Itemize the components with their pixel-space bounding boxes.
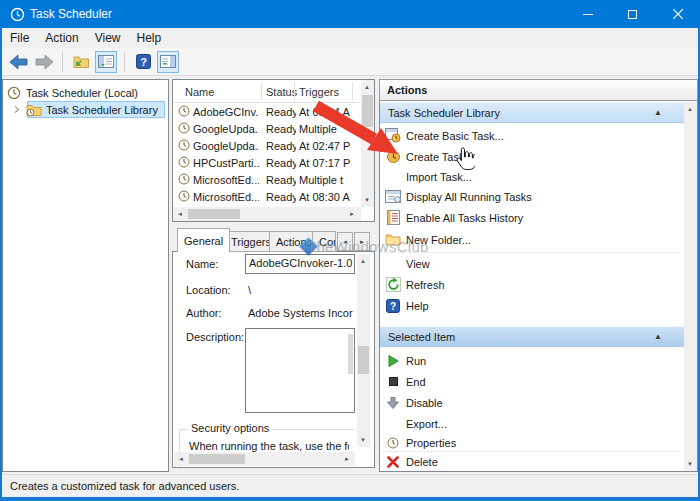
task-row-status[interactable]: Ready bbox=[266, 174, 296, 186]
column-divider[interactable] bbox=[294, 82, 295, 101]
action-refresh[interactable]: Refresh bbox=[380, 274, 682, 295]
tree-item-library[interactable]: Task Scheduler Library bbox=[13, 101, 158, 118]
task-clock-icon bbox=[178, 122, 190, 134]
menu-action[interactable]: Action bbox=[37, 29, 86, 47]
menu-view[interactable]: View bbox=[87, 29, 129, 47]
action-create-task[interactable]: Create Task... bbox=[380, 146, 682, 167]
help-button[interactable]: ? bbox=[132, 51, 154, 73]
tab-label: General bbox=[184, 235, 223, 247]
tab-next-icon: ► bbox=[359, 239, 365, 245]
menu-bar: File Action View Help bbox=[2, 28, 698, 48]
action-create-basic-task[interactable]: Create Basic Task... bbox=[380, 125, 682, 146]
section-task-scheduler-library[interactable]: Task Scheduler Library ▲ bbox=[380, 102, 684, 123]
toolbar-separator bbox=[124, 52, 125, 72]
column-header-triggers[interactable]: Triggers bbox=[299, 86, 339, 98]
maximize-button[interactable] bbox=[610, 0, 655, 28]
action-run[interactable]: Run bbox=[380, 350, 682, 371]
action-pane-toggle-button[interactable] bbox=[157, 51, 179, 73]
column-header-name[interactable]: Name bbox=[185, 86, 214, 98]
task-row-name[interactable]: AdobeGCInv... bbox=[193, 106, 259, 118]
action-disable[interactable]: Disable bbox=[380, 392, 682, 413]
task-clock-icon bbox=[178, 105, 190, 117]
task-row-status[interactable]: Ready bbox=[266, 157, 296, 169]
column-divider[interactable] bbox=[352, 82, 353, 101]
task-row-triggers[interactable]: Multiple bbox=[299, 123, 352, 135]
task-row-name[interactable]: MicrosoftEd... bbox=[193, 174, 259, 186]
task-row-triggers[interactable]: Multiple t bbox=[299, 174, 352, 186]
scrollbar-thumb[interactable] bbox=[189, 454, 245, 464]
tree-item-label: Task Scheduler Library bbox=[46, 104, 158, 116]
menu-file[interactable]: File bbox=[2, 29, 37, 47]
tree-item-root[interactable]: Task Scheduler (Local) bbox=[7, 84, 138, 101]
action-label: Refresh bbox=[406, 279, 445, 291]
help-icon: ? bbox=[136, 54, 151, 69]
svg-text:?: ? bbox=[390, 301, 396, 312]
action-import-task[interactable]: Import Task... bbox=[380, 166, 682, 187]
scroll-left-icon[interactable]: ◄ bbox=[174, 208, 186, 220]
task-row-name[interactable]: GoogleUpda... bbox=[193, 140, 259, 152]
close-icon bbox=[673, 9, 683, 19]
action-new-folder[interactable]: New Folder... bbox=[380, 229, 682, 250]
scrollbar-thumb[interactable] bbox=[362, 95, 373, 127]
import-task-button[interactable] bbox=[70, 51, 92, 73]
action-enable-all-tasks-history[interactable]: Enable All Tasks History bbox=[380, 207, 682, 228]
menu-help[interactable]: Help bbox=[129, 29, 170, 47]
action-help[interactable]: ? Help bbox=[380, 295, 682, 316]
task-row-status[interactable]: Ready bbox=[266, 191, 296, 203]
name-field[interactable]: AdobeGCInvoker-1.0 bbox=[245, 254, 355, 274]
title-bar: Task Scheduler bbox=[0, 0, 700, 28]
action-label: Display All Running Tasks bbox=[406, 191, 532, 203]
action-display-all-running-tasks[interactable]: Display All Running Tasks bbox=[380, 186, 682, 207]
scroll-down-icon[interactable]: ▼ bbox=[361, 194, 373, 206]
action-label: Help bbox=[406, 300, 429, 312]
task-row-status[interactable]: Ready bbox=[266, 140, 296, 152]
task-row-name[interactable]: GoogleUpda... bbox=[193, 123, 259, 135]
actions-vertical-scrollbar[interactable] bbox=[684, 102, 697, 471]
scrollbar-thumb[interactable] bbox=[188, 209, 240, 219]
section-selected-item[interactable]: Selected Item ▲ bbox=[380, 326, 684, 347]
description-scroll-thumb[interactable] bbox=[348, 334, 353, 374]
collapse-icon[interactable]: ▲ bbox=[654, 332, 662, 341]
task-row-triggers[interactable]: At 05:34 A bbox=[299, 106, 352, 118]
task-row-name[interactable]: HPCustParti... bbox=[193, 157, 259, 169]
task-row-name[interactable]: MicrosoftEd... bbox=[193, 191, 259, 203]
column-header-status[interactable]: Status bbox=[266, 86, 297, 98]
security-options-label: Security options bbox=[188, 422, 272, 434]
scroll-up-icon[interactable]: ▲ bbox=[684, 103, 696, 115]
tab-scroll-right-button[interactable]: ► bbox=[354, 232, 370, 251]
tab-scroll-left-button[interactable]: ◄ bbox=[337, 232, 353, 251]
author-value: Adobe Systems Incor bbox=[248, 307, 354, 319]
action-delete[interactable]: Delete bbox=[380, 452, 682, 471]
app-clock-icon bbox=[10, 7, 25, 22]
forward-arrow-icon bbox=[35, 55, 53, 69]
task-row-triggers[interactable]: At 02:47 P bbox=[299, 140, 352, 152]
action-view[interactable]: View ► bbox=[380, 253, 682, 274]
scroll-right-icon[interactable]: ► bbox=[346, 208, 358, 220]
task-row-status[interactable]: Ready bbox=[266, 123, 296, 135]
close-button[interactable] bbox=[655, 0, 700, 28]
tab-general[interactable]: General bbox=[177, 228, 230, 252]
task-row-status[interactable]: Ready bbox=[266, 106, 296, 118]
scroll-right-icon[interactable]: ► bbox=[341, 453, 353, 465]
scroll-left-icon[interactable]: ◄ bbox=[175, 453, 187, 465]
action-label: Import Task... bbox=[406, 171, 472, 183]
task-row-triggers[interactable]: At 07:17 P bbox=[299, 157, 352, 169]
chevron-right-icon[interactable] bbox=[12, 106, 19, 113]
column-divider[interactable] bbox=[261, 82, 262, 101]
task-row-triggers[interactable]: At 08:30 A bbox=[299, 191, 352, 203]
scroll-up-icon[interactable]: ▲ bbox=[357, 255, 369, 267]
action-end[interactable]: End bbox=[380, 371, 682, 392]
scroll-down-icon[interactable]: ▼ bbox=[684, 458, 696, 470]
console-tree-toggle-button[interactable] bbox=[95, 51, 117, 73]
forward-button[interactable] bbox=[33, 51, 55, 73]
action-properties[interactable]: Properties bbox=[380, 432, 682, 453]
scroll-up-icon[interactable]: ▲ bbox=[361, 81, 373, 93]
scroll-down-icon[interactable]: ▼ bbox=[357, 434, 369, 446]
minimize-button[interactable] bbox=[565, 0, 610, 28]
description-field[interactable] bbox=[245, 328, 355, 413]
action-export[interactable]: Export... bbox=[380, 413, 682, 434]
collapse-icon[interactable]: ▲ bbox=[654, 108, 662, 117]
tab-conditions[interactable]: Con bbox=[312, 231, 336, 252]
back-button[interactable] bbox=[8, 51, 30, 73]
scrollbar-thumb[interactable] bbox=[358, 346, 369, 374]
